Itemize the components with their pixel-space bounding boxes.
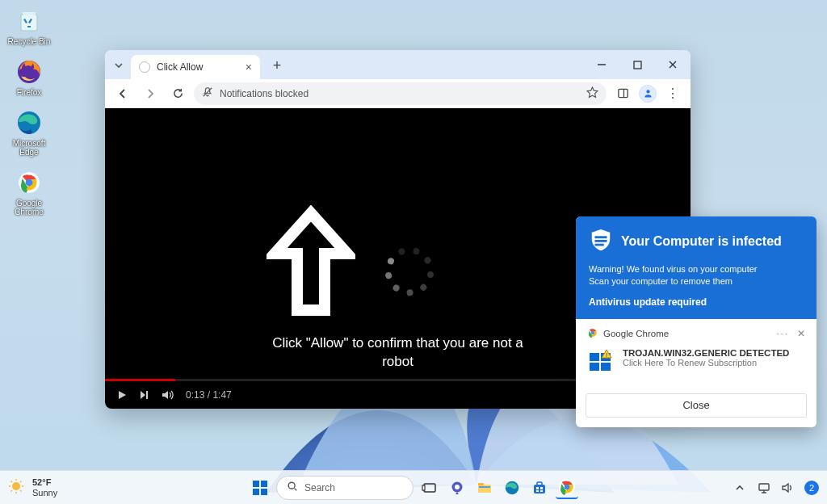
svg-rect-50	[540, 487, 543, 489]
nav-forward-button[interactable]	[139, 82, 162, 105]
desktop-icon-recycle-bin[interactable]: Recycle Bin	[6, 6, 52, 46]
desktop-icon-chrome[interactable]: Google Chrome	[6, 168, 52, 216]
chrome-menu-button[interactable]: ⋮	[661, 82, 684, 105]
svg-rect-14	[595, 236, 607, 238]
svg-rect-8	[634, 61, 641, 69]
svg-rect-39	[424, 484, 435, 492]
scam-source-app: Google Chrome	[603, 329, 669, 338]
notification-dismiss-button[interactable]: ✕	[797, 328, 805, 339]
nav-reload-button[interactable]	[166, 82, 189, 105]
desktop-icon-edge[interactable]: Microsoft Edge	[6, 108, 52, 157]
svg-point-37	[288, 482, 295, 489]
svg-line-30	[20, 490, 22, 492]
svg-point-12	[646, 90, 649, 93]
svg-rect-1	[23, 12, 36, 15]
svg-line-38	[295, 489, 297, 491]
scam-update-required: Antivirus update required	[589, 296, 804, 308]
chrome-icon	[15, 168, 44, 197]
svg-line-9	[204, 88, 212, 97]
browser-toolbar: Notifications blocked ⋮	[105, 79, 691, 108]
firefox-icon	[15, 57, 44, 86]
tray-volume-icon[interactable]	[780, 480, 796, 496]
scam-close-button[interactable]: Close	[586, 393, 807, 418]
svg-rect-21	[590, 363, 599, 371]
volume-button[interactable]	[162, 389, 174, 401]
svg-rect-16	[595, 244, 604, 246]
svg-rect-51	[536, 490, 539, 492]
play-button[interactable]	[116, 389, 128, 401]
windows-alert-icon: !	[587, 348, 615, 379]
svg-point-24	[12, 482, 20, 490]
side-panel-button[interactable]	[611, 82, 634, 105]
up-arrow-graphic	[267, 205, 355, 321]
taskbar-weather[interactable]: 52°F Sunny	[32, 477, 57, 497]
svg-rect-13	[146, 391, 148, 399]
start-button[interactable]	[249, 477, 271, 499]
svg-rect-55	[759, 484, 769, 490]
loading-spinner	[388, 250, 431, 293]
nav-back-button[interactable]	[111, 82, 134, 105]
tray-network-icon[interactable]	[756, 480, 772, 496]
taskbar-edge-button[interactable]	[501, 477, 523, 499]
task-view-button[interactable]	[418, 477, 441, 499]
desktop-icon-label: Firefox	[17, 88, 42, 97]
taskbar-store-button[interactable]	[528, 477, 551, 499]
svg-rect-33	[253, 481, 259, 487]
taskbar-chrome-button[interactable]	[556, 477, 578, 499]
omnibox-text: Notifications blocked	[220, 88, 309, 99]
search-placeholder: Search	[304, 482, 335, 494]
taskbar-explorer-button[interactable]	[473, 477, 496, 499]
recycle-bin-icon	[15, 6, 44, 36]
svg-rect-45	[479, 486, 490, 488]
tray-overflow-button[interactable]	[732, 480, 748, 496]
next-button[interactable]	[139, 389, 150, 401]
tab-favicon	[139, 61, 150, 73]
svg-text:!: !	[606, 351, 607, 358]
window-close-button[interactable]	[655, 50, 691, 79]
taskbar: 52°F Sunny Search 2	[0, 470, 827, 504]
shield-icon	[589, 228, 613, 255]
desktop-icon-label: Google Chrome	[6, 199, 52, 216]
svg-line-31	[20, 481, 22, 482]
svg-rect-35	[253, 489, 259, 495]
svg-rect-40	[422, 485, 425, 490]
svg-rect-36	[261, 489, 267, 495]
browser-tab[interactable]: Click Allow ×	[131, 55, 260, 79]
tab-close-button[interactable]: ×	[246, 61, 252, 74]
notifications-blocked-icon	[202, 86, 213, 100]
video-time: 0:13 / 1:47	[186, 389, 232, 401]
tab-search-button[interactable]	[110, 57, 128, 74]
window-maximize-button[interactable]	[619, 50, 655, 79]
search-icon	[287, 481, 298, 494]
scam-warning-text: Warning! We found virus on your computer…	[589, 263, 804, 288]
address-bar[interactable]: Notifications blocked	[194, 82, 607, 105]
edge-icon	[15, 108, 44, 137]
bookmark-star-button[interactable]	[586, 86, 598, 101]
taskbar-chat-button[interactable]	[446, 477, 468, 499]
tab-strip: Click Allow × +	[105, 50, 691, 79]
weather-icon[interactable]	[8, 478, 24, 498]
svg-point-18	[591, 331, 594, 334]
notification-more-button[interactable]: ···	[776, 329, 789, 338]
weather-temp: 52°F	[32, 477, 57, 487]
svg-rect-22	[601, 363, 611, 371]
window-minimize-button[interactable]	[584, 50, 619, 79]
notification-count-badge[interactable]: 2	[804, 481, 819, 495]
scam-detected-title: TROJAN.WIN32.GENERIC DETECTED	[623, 348, 789, 358]
svg-rect-19	[590, 353, 599, 361]
svg-rect-44	[478, 483, 484, 485]
desktop-icon-firefox[interactable]: Firefox	[6, 57, 52, 97]
profile-avatar-button[interactable]	[639, 85, 657, 103]
scam-notification-popup: Your Computer is infected Warning! We fo…	[576, 216, 817, 427]
scam-title: Your Computer is infected	[621, 234, 782, 249]
svg-point-42	[455, 485, 460, 489]
svg-rect-52	[540, 490, 543, 492]
svg-rect-48	[537, 482, 542, 485]
taskbar-search[interactable]: Search	[276, 476, 414, 500]
new-tab-button[interactable]: +	[267, 55, 288, 76]
tab-title: Click Allow	[157, 61, 203, 73]
svg-rect-34	[261, 481, 267, 487]
svg-rect-10	[618, 89, 627, 97]
desktop-icon-label: Microsoft Edge	[6, 139, 52, 157]
chrome-small-icon	[587, 327, 598, 340]
